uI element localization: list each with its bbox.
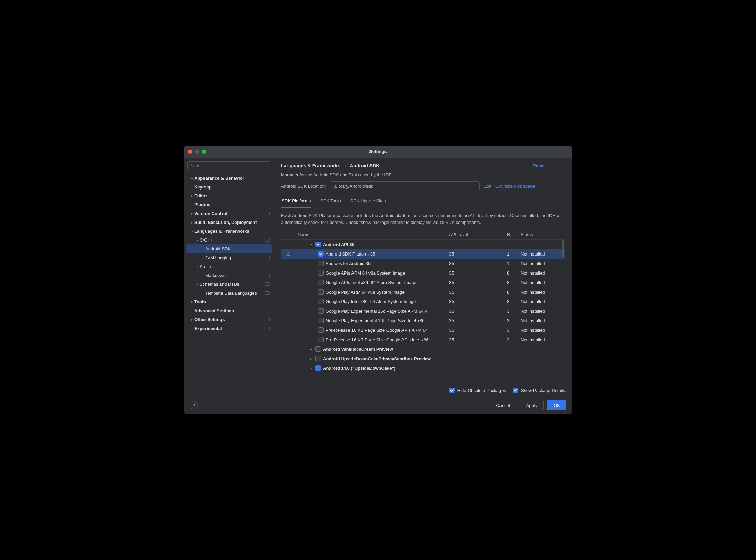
sidebar-item-markdown[interactable]: Markdown	[186, 271, 272, 280]
chevron-icon: ▾	[309, 366, 313, 370]
sidebar-item-editor[interactable]: ▸Editor	[186, 191, 272, 200]
row-checkbox[interactable]	[318, 337, 324, 342]
table-row[interactable]: Android SDK Platform 35351Not installed	[281, 249, 565, 259]
sidebar-item-plugins[interactable]: Plugins	[186, 200, 272, 209]
row-status: Not installed	[521, 251, 565, 257]
checkbox-icon	[513, 388, 518, 393]
hide-obsolete-checkbox[interactable]: Hide Obsolete Packages	[449, 388, 506, 393]
row-checkbox[interactable]	[318, 251, 324, 257]
table-row[interactable]: Google Play Experimental 16k Page Size I…	[281, 316, 565, 325]
row-name: Pre-Release 16 KB Page Size Google APIs …	[326, 328, 428, 333]
row-rev: 3	[507, 309, 521, 314]
table-row[interactable]: Google Play Intel x86_64 Atom System Ima…	[281, 297, 565, 306]
row-checkbox[interactable]	[318, 299, 324, 304]
sidebar-item-version-control[interactable]: ▸Version Control	[186, 209, 272, 218]
ok-button[interactable]: OK	[547, 400, 566, 410]
row-name: Android UpsideDownCakePrivacySandbox Pre…	[323, 356, 431, 361]
sidebar-item-keymap[interactable]: Keymap	[186, 182, 272, 191]
sidebar-item-label: Plugins	[194, 202, 270, 207]
row-checkbox[interactable]	[318, 261, 324, 266]
forward-button[interactable]: →	[560, 163, 565, 169]
table-row[interactable]: ▸Android UpsideDownCakePrivacySandbox Pr…	[281, 354, 565, 363]
sidebar-item-other-settings[interactable]: ▸Other Settings	[186, 315, 272, 324]
sidebar-item-c-c-[interactable]: ▸C/C++	[186, 235, 272, 244]
table-row[interactable]: Sources for Android 35351Not installed	[281, 259, 565, 268]
row-api: 35	[449, 299, 507, 304]
row-name: Android 14.0 ("UpsideDownCake")	[323, 366, 395, 371]
row-status: Not installed	[521, 261, 565, 266]
optimize-link[interactable]: Optimize disk space	[495, 184, 535, 189]
sidebar-item-kotlin[interactable]: ▸Kotlin	[186, 262, 272, 271]
row-checkbox[interactable]	[318, 280, 324, 285]
col-api[interactable]: API Level	[449, 232, 507, 237]
sidebar-item-label: Android SDK	[205, 246, 270, 251]
search-input[interactable]: ▾	[187, 161, 270, 170]
sidebar-item-template-data-languages[interactable]: Template Data Languages	[186, 289, 272, 297]
row-status: Not installed	[521, 270, 565, 276]
row-checkbox[interactable]	[315, 242, 321, 247]
row-rev: 3	[507, 337, 521, 342]
show-details-checkbox[interactable]: Show Package Details	[513, 388, 565, 393]
col-status[interactable]: Status	[521, 232, 565, 237]
sidebar-item-tools[interactable]: ▸Tools	[186, 297, 272, 306]
row-checkbox[interactable]	[318, 289, 324, 295]
sidebar-item-languages-frameworks[interactable]: ▾Languages & Frameworks	[186, 227, 272, 235]
scrollbar-thumb[interactable]	[562, 240, 564, 257]
sidebar-item-label: Tools	[194, 299, 270, 304]
sidebar-item-label: C/C++	[200, 237, 264, 243]
table-row[interactable]: Google APIs Intel x86_64 Atom System Ima…	[281, 278, 565, 287]
main-header: Languages & Frameworks › Android SDK Res…	[274, 158, 572, 172]
table-row[interactable]: ▸Android VanillaIceCream Preview	[281, 344, 565, 354]
tab-sdk-platforms[interactable]: SDK Platforms	[281, 196, 311, 208]
table-row[interactable]: Google Play Experimental 16k Page Size A…	[281, 306, 565, 316]
sidebar-item-build-execution-deployment[interactable]: ▸Build, Execution, Deployment	[186, 218, 272, 227]
row-checkbox[interactable]	[318, 308, 324, 314]
settings-window: Settings ▾ ▸Appearance & BehaviorKeymap▸…	[184, 146, 572, 414]
scope-icon	[265, 212, 270, 215]
col-name[interactable]: Name	[295, 232, 449, 237]
col-rev[interactable]: R...	[507, 232, 521, 237]
back-button[interactable]: ←	[549, 163, 555, 169]
reset-link[interactable]: Reset	[533, 163, 545, 168]
sdk-location-input[interactable]: /Library/Android/sdk	[330, 181, 480, 191]
sidebar-item-schemas-and-dtds[interactable]: ▸Schemas and DTDs	[186, 280, 272, 289]
row-checkbox[interactable]	[315, 356, 321, 361]
edit-link[interactable]: Edit	[484, 184, 491, 189]
chevron-icon: ▸	[190, 212, 194, 215]
sidebar-item-advanced-settings[interactable]: Advanced Settings	[186, 306, 272, 315]
sidebar-item-appearance-behavior[interactable]: ▸Appearance & Behavior	[186, 174, 272, 182]
table-row[interactable]: Google APIs ARM 64 v8a System Image358No…	[281, 268, 565, 278]
row-status: Not installed	[521, 290, 565, 295]
settings-tree[interactable]: ▸Appearance & BehaviorKeymap▸EditorPlugi…	[186, 174, 272, 392]
table-body[interactable]: ▾Android API 35Android SDK Platform 3535…	[281, 240, 565, 383]
table-options: Hide Obsolete Packages Show Package Deta…	[274, 383, 572, 396]
sidebar-item-jvm-logging[interactable]: JVM Logging	[186, 253, 272, 262]
sidebar-item-experimental[interactable]: Experimental	[186, 324, 272, 333]
sdk-table: Name API Level R... Status ▾Android API …	[281, 230, 565, 383]
apply-button[interactable]: Apply	[520, 400, 544, 410]
table-row[interactable]: Google Play ARM 64 v8a System Image358No…	[281, 287, 565, 297]
table-row[interactable]: ▾Android 14.0 ("UpsideDownCake")	[281, 363, 565, 373]
table-row[interactable]: Pre-Release 16 KB Page Size Google APIs …	[281, 325, 565, 335]
tab-description: Each Android SDK Platform package includ…	[274, 208, 572, 230]
row-checkbox[interactable]	[318, 270, 324, 276]
row-checkbox[interactable]	[318, 327, 324, 333]
table-row[interactable]: ▾Android API 35	[281, 240, 565, 249]
row-checkbox[interactable]	[318, 318, 324, 323]
tab-sdk-update-sites[interactable]: SDK Update Sites	[350, 196, 387, 208]
chevron-icon: ▾	[190, 229, 194, 233]
scope-icon	[265, 318, 270, 321]
cancel-button[interactable]: Cancel	[490, 400, 516, 410]
download-icon	[286, 251, 291, 257]
row-checkbox[interactable]	[315, 346, 321, 352]
table-row[interactable]: Pre-Release 16 KB Page Size Google APIs …	[281, 335, 565, 344]
row-checkbox[interactable]	[315, 365, 321, 371]
sidebar-item-label: Markdown	[205, 273, 264, 278]
sidebar-item-label: Other Settings	[194, 317, 264, 322]
chevron-icon: ▾	[309, 243, 313, 246]
tab-sdk-tools[interactable]: SDK Tools	[319, 196, 341, 208]
scope-icon	[265, 238, 270, 242]
row-name: Google Play Intel x86_64 Atom System Ima…	[326, 299, 416, 304]
sidebar-item-android-sdk[interactable]: Android SDK	[186, 244, 272, 253]
help-button[interactable]: ?	[190, 401, 198, 409]
